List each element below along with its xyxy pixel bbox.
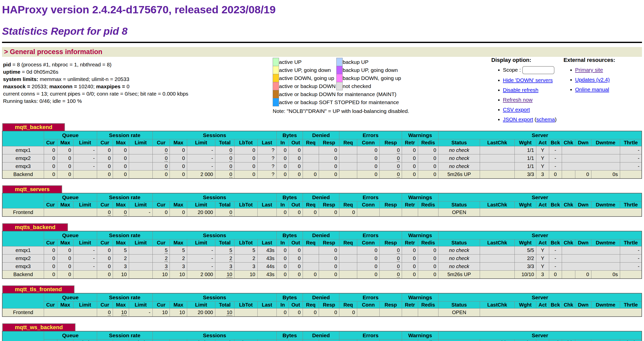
cell-chk <box>562 154 620 162</box>
cell-w_retr: 0 <box>402 154 418 162</box>
cell-bck: - <box>549 146 562 154</box>
proxy-anchor-mqtt_servers[interactable]: mqtt_servers <box>15 186 50 192</box>
cell-d_req <box>303 263 319 271</box>
link-hide-down-servers[interactable]: Hide 'DOWN' servers <box>503 77 553 83</box>
col-header-session-rate-max: Max <box>113 239 129 246</box>
proxy-anchor-mqtts_backend[interactable]: mqtts_backend <box>15 224 55 230</box>
cell-sr_max: 3 <box>113 263 129 271</box>
cell-s_last: 43s <box>257 254 276 263</box>
col-header-sessions-limit: Limit <box>187 139 215 146</box>
col-header-sessions-lbtot: LbTot <box>234 201 258 208</box>
tooltip-value: 0 <box>108 209 111 216</box>
link-json-export[interactable]: JSON export <box>503 116 533 122</box>
group-header-session-rate: Session rate <box>97 131 152 139</box>
cell-status: no check <box>438 162 480 170</box>
cell-s_max: 10 <box>170 309 187 317</box>
group-header-errors: Errors <box>339 131 402 139</box>
process-info-label: maxconn = <box>49 83 77 89</box>
link-online-manual[interactable]: Online manual <box>575 87 609 92</box>
cell-s_lbtot: 0 <box>234 154 258 162</box>
legend-table: active UPbackup UPactive UP, going downb… <box>273 58 401 106</box>
cell-s_last <box>257 309 276 317</box>
col-header-errors-conn: Conn <box>357 139 380 146</box>
cell-s_lbtot <box>234 208 258 217</box>
process-info-label: maxpipes = <box>96 83 125 89</box>
cell-w_redis <box>418 309 438 317</box>
legend-label: active UP, going down <box>279 66 337 74</box>
col-header-sessions-total: Total <box>215 139 234 146</box>
link-primary-site[interactable]: Primary site <box>575 67 603 73</box>
cell-s_last: ? <box>257 154 276 162</box>
tooltip-value: 0 <box>397 255 400 262</box>
group-header-queue: Queue <box>44 231 97 239</box>
group-header-errors: Errors <box>339 293 402 302</box>
cell-w_redis: 0 <box>418 254 438 263</box>
list-text: ( <box>533 116 536 122</box>
link-updates-v2-4[interactable]: Updates (v2.4) <box>575 77 610 82</box>
proxy-anchor-mqtt_backend[interactable]: mqtt_backend <box>15 124 52 130</box>
group-header-server: Server <box>438 293 642 302</box>
cell-b_in: 0 <box>276 246 289 254</box>
link-refresh-now[interactable]: Refresh now <box>503 97 533 103</box>
cell-s_total: 0 <box>215 170 234 179</box>
proxy-anchor-mqtt_ws_backend[interactable]: mqtt_ws_backend <box>15 324 63 330</box>
cell-d_req <box>303 246 319 254</box>
proxy-section-mqtt_backend: mqtt_backendQueueSession rateSessionsByt… <box>2 123 642 179</box>
col-header-warnings-redis: Redis <box>418 239 438 246</box>
group-header-bytes: Bytes <box>276 331 303 339</box>
col-header-session-rate-limit: Limit <box>129 302 152 309</box>
col-header-bytes-out: Out <box>289 339 303 341</box>
proxy-anchor-mqtt_tls_frontend[interactable]: mqtt_tls_frontend <box>15 286 62 292</box>
col-header-sessions-max: Max <box>170 239 187 246</box>
tooltip-value: 0 <box>397 247 400 254</box>
group-header-sessions: Sessions <box>152 331 276 339</box>
cell-bck: 0 <box>549 170 562 179</box>
cell-s_last: 43s <box>257 271 276 279</box>
cell-q_limit: - <box>73 246 97 254</box>
cell-e_req <box>339 271 357 279</box>
process-info-text: memmax = unlimited; ulimit-n = 20533 <box>38 76 129 82</box>
cell-b_out: 0 <box>289 146 303 154</box>
legend-row: active or backup DOWN for maintenance (M… <box>273 90 401 98</box>
cell-e_conn <box>357 208 380 217</box>
group-header-session-rate: Session rate <box>97 231 152 239</box>
tooltip-value: 0 <box>229 172 232 178</box>
page-title[interactable]: HAProxy version 2.4.24-d175670, released… <box>2 4 642 16</box>
cell-lastchk <box>480 170 514 179</box>
cell-s_limit: 20 000 <box>187 309 215 317</box>
cell-e_resp: 0 <box>380 246 402 254</box>
col-header-server-wght: Wght <box>514 239 536 246</box>
cell-s_cur: 10 <box>152 309 170 317</box>
scope-input[interactable] <box>522 66 554 74</box>
cell-sr_max: 0 <box>113 162 129 170</box>
group-header-session-rate: Session rate <box>97 193 152 201</box>
process-info-line: pid = 8 (process #1, nbproc = 1, nbthrea… <box>3 61 188 68</box>
col-header-server-lastchk: LastChk <box>480 139 514 146</box>
table-body: emqx100-0555-5543s0000000no check5/5Y--e… <box>2 246 642 279</box>
link-disable-refresh[interactable]: Disable refresh <box>503 87 538 93</box>
cell-name: emqx2 <box>2 154 44 162</box>
cell-sr_cur: 0 <box>97 162 113 170</box>
process-info-label: maxsock = <box>3 83 30 89</box>
link-schema[interactable]: schema <box>536 116 555 122</box>
col-header-server-status: Status <box>438 201 480 208</box>
group-header-sessions: Sessions <box>152 293 276 302</box>
link-csv-export[interactable]: CSV export <box>503 107 530 112</box>
stats-page: HAProxy version 2.4.24-d175670, released… <box>0 4 644 341</box>
col-header-server-lastchk: LastChk <box>480 201 514 208</box>
col-header-denied-resp: Resp <box>319 239 339 246</box>
cell-b_in: 0 <box>276 271 289 279</box>
cell-w_retr: 0 <box>402 263 418 271</box>
group-header-queue: Queue <box>44 131 97 139</box>
legend-label: backup DOWN, going up <box>343 74 401 82</box>
col-header-sessions-total: Total <box>215 201 234 208</box>
cell-act: Y <box>536 246 549 254</box>
group-header-denied: Denied <box>303 231 339 239</box>
group-header-row: QueueSession rateSessionsBytesDeniedErro… <box>2 193 642 201</box>
legend-label: active or backup SOFT STOPPED for mainte… <box>279 98 401 106</box>
col-header-server-dwn: Dwn <box>575 302 591 309</box>
row-frontend: Frontend010-101020 0001000000OPEN <box>2 309 642 317</box>
process-info-line: system limits: memmax = unlimited; ulimi… <box>3 75 188 83</box>
cell-status: OPEN <box>438 309 480 317</box>
cell-act: Y <box>536 154 549 162</box>
